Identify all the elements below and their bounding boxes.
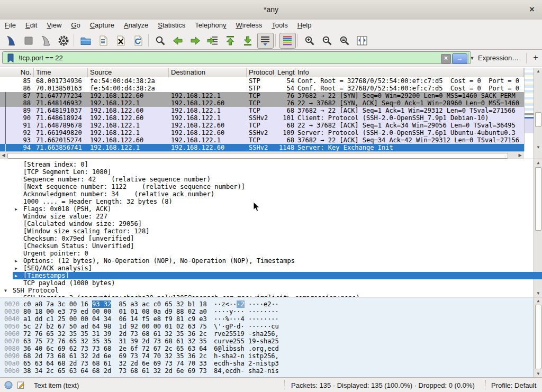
packet-minimap[interactable]	[524, 68, 534, 151]
detail-line[interactable]: Window size value: 227	[23, 213, 107, 220]
hex-row[interactable]: 0040a1 dd c1 25 00 00 04 34 06 14 f5 e8 …	[0, 315, 534, 323]
packet-row[interactable]: 8871.648146932192.168.122.1192.168.122.6…	[0, 99, 524, 107]
detail-line[interactable]: TCP payload (1080 bytes)	[23, 279, 115, 287]
title-bar[interactable]: *any ×	[0, 0, 542, 20]
save-capture-file-button[interactable]	[95, 33, 112, 49]
go-forward-button[interactable]	[187, 33, 204, 49]
column-header-destination[interactable]: Destination	[169, 68, 247, 77]
hex-row[interactable]: 003080 18 00 e3 79 ed 00 00 01 01 08 0a …	[0, 308, 534, 315]
hex-row[interactable]: 00505c 27 b2 67 50 ad 64 98 1d 92 00 00 …	[0, 323, 534, 330]
start-capture-button[interactable]	[3, 33, 20, 49]
packet-row[interactable]: 9071.648618924192.168.122.60192.168.122.…	[0, 114, 524, 122]
expand-arrow-icon[interactable]: ▶	[15, 272, 17, 280]
detail-line[interactable]: [Window size scaling factor: 128]	[23, 227, 149, 235]
packet-row[interactable]: 9471.663856741192.168.122.1192.168.122.6…	[0, 144, 524, 151]
expand-arrow-icon[interactable]: ▶	[15, 258, 17, 265]
detail-line[interactable]: Acknowledgment number: 34 (relative ack …	[23, 190, 214, 198]
menu-tools[interactable]: Tools	[267, 20, 292, 31]
hex-row[interactable]: 0020c0 a8 7a 3c 00 16 93 32 85 a3 ac c0 …	[0, 300, 534, 308]
reload-capture-file-button[interactable]	[130, 33, 147, 49]
packet-row[interactable]: 8670.013850163fe:54:00:d4:38:2aSTP54Conf…	[0, 85, 524, 92]
capture-options-button[interactable]	[56, 33, 72, 49]
capture-comment-icon[interactable]	[17, 381, 25, 389]
detail-line[interactable]: [Stream index: 0]	[23, 161, 88, 168]
detail-line[interactable]: 1000 .... = Header Length: 32 bytes (8)	[23, 198, 173, 205]
scroll-down-button[interactable]: ▼	[535, 370, 542, 377]
filter-bookmark-icon[interactable]	[6, 53, 15, 63]
resize-columns-button[interactable]	[354, 33, 371, 49]
colorize-packets-button[interactable]	[279, 33, 296, 49]
find-packet-button[interactable]	[152, 33, 169, 49]
packet-row[interactable]: 8568.001734936fe:54:00:d4:38:2aSTP54Conf…	[0, 77, 524, 85]
menu-analyze[interactable]: Analyze	[119, 20, 153, 31]
hex-row[interactable]: 00b038 34 2c 65 63 64 68 2d 73 68 61 32 …	[0, 367, 534, 375]
menu-edit[interactable]: Edit	[21, 20, 42, 31]
menu-go[interactable]: Go	[66, 20, 85, 31]
collapse-arrow-icon[interactable]: ▼	[4, 287, 7, 295]
zoom-out-button[interactable]	[319, 33, 336, 49]
filter-apply-button[interactable]: →	[452, 53, 467, 64]
packet-list-vscrollbar[interactable]: ▲ ▼	[534, 68, 542, 159]
scrollbar-thumb[interactable]	[535, 112, 541, 127]
scroll-up-button[interactable]: ▲	[535, 68, 542, 75]
go-to-packet-button[interactable]	[205, 33, 221, 49]
scroll-down-button[interactable]: ▼	[535, 144, 542, 151]
go-to-first-button[interactable]	[222, 33, 239, 49]
go-to-last-button[interactable]	[240, 33, 256, 49]
detail-line[interactable]: ▶Flags: 0x018 (PSH, ACK)	[23, 205, 111, 213]
menu-statistics[interactable]: Statistics	[153, 20, 190, 31]
column-header-source[interactable]: Source	[88, 68, 169, 77]
stop-capture-button[interactable]	[21, 33, 37, 49]
filter-clear-button[interactable]: ×	[441, 54, 451, 63]
expand-arrow-icon[interactable]: ▶	[15, 265, 17, 272]
restart-capture-button[interactable]	[38, 33, 55, 49]
detail-line[interactable]: ▶Options: (12 bytes), No-Operation (NOP)…	[23, 257, 295, 265]
menu-file[interactable]: File	[0, 20, 21, 31]
hex-row[interactable]: 007063 75 72 76 65 32 35 35 31 39 2d 73 …	[0, 338, 534, 345]
go-back-button[interactable]	[170, 33, 186, 49]
close-window-button[interactable]: ×	[526, 4, 538, 15]
hex-row[interactable]: 008036 40 6c 69 62 73 73 68 2e 6f 72 67 …	[0, 345, 534, 352]
packet-list-header[interactable]: No.TimeSourceDestinationProtocolLengthIn…	[0, 68, 524, 78]
scroll-right-button[interactable]: ▶	[517, 152, 523, 159]
detail-line[interactable]: ▶[SEQ/ACK analysis]	[23, 265, 92, 272]
scroll-up-button[interactable]: ▲	[535, 159, 542, 166]
column-header-protocol[interactable]: Protocol	[247, 68, 275, 77]
detail-line[interactable]: [Checksum Status: Unverified]	[23, 242, 134, 250]
add-filter-button[interactable]: +	[530, 52, 541, 63]
detail-line[interactable]: Sequence number: 42 (relative sequence n…	[23, 176, 211, 183]
scroll-up-button[interactable]: ▲	[535, 297, 542, 304]
scrollbar-thumb[interactable]	[535, 305, 541, 369]
expert-info-icon[interactable]	[4, 381, 13, 389]
packet-row[interactable]: 8771.647777234192.168.122.60192.168.122.…	[0, 92, 524, 99]
status-profile-label[interactable]: Profile: Default	[491, 381, 536, 389]
column-header-time[interactable]: Time	[34, 68, 88, 77]
menu-help[interactable]: Help	[293, 20, 317, 31]
close-capture-file-button[interactable]	[113, 33, 129, 49]
hex-row[interactable]: 00a065 63 64 68 2d 73 68 61 32 2d 6e 69 …	[0, 360, 534, 367]
packet-row[interactable]: 9371.662015274192.168.122.60192.168.122.…	[0, 136, 524, 144]
packet-row[interactable]: 8971.648191037192.168.122.60192.168.122.…	[0, 107, 524, 114]
display-filter-input[interactable]: !tcp.port == 22 × → ▼	[2, 51, 471, 64]
scrollbar-thumb[interactable]	[535, 167, 541, 231]
expression-button[interactable]: Expression…	[478, 54, 519, 62]
packet-row[interactable]: 9171.648789678192.168.122.1192.168.122.6…	[0, 122, 524, 129]
packet-list-hscrollbar[interactable]: ◀ ▶	[0, 151, 524, 159]
auto-scroll-button[interactable]	[257, 33, 274, 49]
menu-wireless[interactable]: Wireless	[231, 20, 267, 31]
column-header-length[interactable]: Length	[275, 68, 295, 77]
menu-telephony[interactable]: Telephony	[190, 20, 231, 31]
hex-vscrollbar[interactable]: ▲ ▼	[534, 297, 542, 378]
menu-capture[interactable]: Capture	[85, 20, 119, 31]
hex-row[interactable]: 009068 2d 73 68 61 32 2d 6e 69 73 74 70 …	[0, 352, 534, 360]
scroll-left-button[interactable]: ◀	[0, 152, 7, 159]
hex-row[interactable]: 006072 76 65 32 35 35 31 39 2d 73 68 61 …	[0, 330, 534, 338]
scroll-down-button[interactable]: ▼	[535, 290, 542, 297]
column-header-no[interactable]: No.	[0, 68, 34, 77]
scrollbar-thumb[interactable]	[7, 153, 508, 159]
detail-line[interactable]: ▼SSH Protocol	[13, 287, 59, 294]
menu-view[interactable]: View	[42, 20, 66, 31]
detail-line[interactable]: Urgent pointer: 0	[23, 250, 88, 257]
detail-line[interactable]: [Next sequence number: 1122 (relative se…	[23, 183, 245, 190]
filter-dropdown-caret[interactable]: ▼	[468, 53, 476, 63]
